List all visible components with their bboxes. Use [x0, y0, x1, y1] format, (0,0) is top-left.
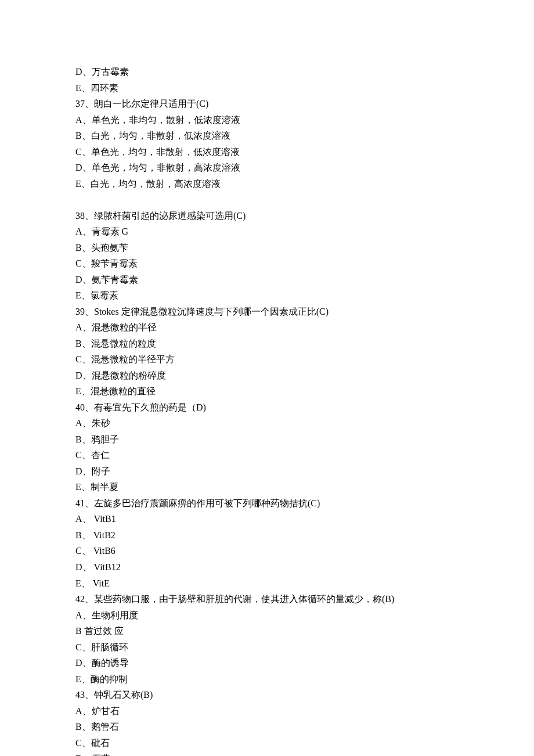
line: C、混悬微粒的半径平方	[75, 351, 459, 368]
line: E、混悬微粒的直径	[75, 383, 459, 399]
line: E、白光，均匀，散射，高浓度溶液	[75, 176, 459, 192]
line: C、羧苄青霉素	[75, 255, 459, 272]
line: E、氯霉素	[75, 287, 459, 304]
line: 38、绿脓杆菌引起的泌尿道感染可选用(C)	[75, 208, 459, 224]
line: 37、朗白一比尔定律只适用于(C)	[75, 96, 459, 112]
line: E、制半夏	[75, 479, 459, 495]
line: D、 VitB12	[75, 559, 459, 575]
line: D、石燕	[75, 751, 459, 756]
line: A、青霉素 G	[75, 224, 459, 240]
line: B、 VitB2	[75, 527, 459, 543]
line: D、酶的诱导	[75, 655, 459, 671]
line: B、白光，均匀，非散射，低浓度溶液	[75, 128, 459, 144]
line: C、单色光，均匀，非散射，低浓度溶液	[75, 144, 459, 160]
line: D、附子	[75, 463, 459, 480]
line: B、头孢氨苄	[75, 240, 459, 256]
line: A、炉甘石	[75, 703, 459, 719]
line: A、朱砂	[75, 415, 459, 431]
line: C、肝肠循环	[75, 639, 459, 656]
line: D、万古霉素	[75, 64, 459, 80]
blank-line	[75, 192, 459, 208]
line: B、鹅管石	[75, 719, 459, 735]
line: C、杏仁	[75, 447, 459, 463]
line: C、砒石	[75, 735, 459, 751]
line: E、四环素	[75, 80, 459, 96]
line: 39、Stokes 定律混悬微粒沉降速度与下列哪一个因素成正比(C)	[75, 304, 459, 320]
line: B、混悬微粒的粒度	[75, 336, 459, 352]
line: 42、某些药物口服，由于肠壁和肝脏的代谢，使其进入体循环的量减少，称(B)	[75, 591, 459, 607]
line: E、 VitE	[75, 575, 459, 592]
line: A、单色光，非均匀，散射，低浓度溶液	[75, 112, 459, 128]
line: D、氨苄青霉素	[75, 272, 459, 288]
line: A、混悬微粒的半径	[75, 319, 459, 336]
line: 41、左旋多巴治疗震颤麻痹的作用可被下列哪种药物拮抗(C)	[75, 495, 459, 512]
line: B 首过效 应	[75, 623, 459, 639]
document-page: D、万古霉素 E、四环素 37、朗白一比尔定律只适用于(C) A、单色光，非均匀…	[0, 0, 534, 756]
line: D、混悬微粒的粉碎度	[75, 368, 459, 384]
line: A、 VitB1	[75, 511, 459, 527]
line: C、 VitB6	[75, 543, 459, 559]
line: 40、有毒宜先下久煎的药是（D)	[75, 399, 459, 416]
line: 43、钟乳石又称(B)	[75, 687, 459, 703]
line: D、单色光，均匀，非散射，高浓度溶液	[75, 160, 459, 176]
line: B、鸦胆子	[75, 431, 459, 448]
line: A、生物利用度	[75, 607, 459, 624]
line: E、酶的抑制	[75, 671, 459, 687]
